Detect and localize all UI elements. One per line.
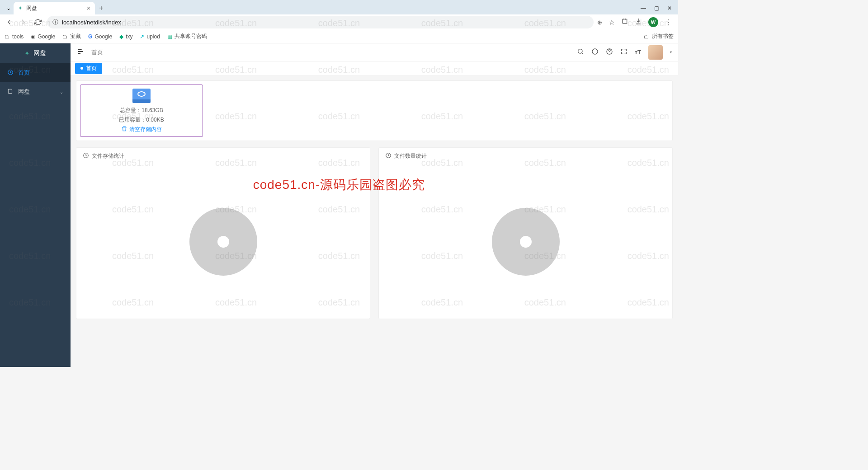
new-tab-button[interactable]: + (95, 2, 108, 14)
page-tab-bar: 首页 (71, 61, 678, 75)
donut-chart-placeholder (189, 208, 257, 276)
url-input[interactable]: ⓘ localhost/netdisk/index (47, 16, 594, 28)
donut-chart-placeholder (492, 208, 560, 276)
sidebar-item-label: 网盘 (18, 88, 30, 96)
bookmark-item[interactable]: GGoogle (88, 33, 112, 40)
logo: ✦ 网盘 (0, 43, 71, 63)
sidebar-item-label: 首页 (18, 69, 30, 77)
clock-icon (385, 152, 392, 160)
avatar[interactable] (648, 45, 663, 60)
panel-body (76, 164, 370, 319)
tab-title: 网盘 (26, 5, 37, 12)
topbar: 首页 тT ▾ (71, 43, 678, 61)
page-tab-label: 首页 (86, 65, 97, 72)
panel-file-storage-stats: 文件存储统计 (76, 147, 370, 319)
upload-icon: ↗ (140, 33, 144, 40)
leaf-icon: ✦ (24, 50, 30, 57)
tab-menu-button[interactable]: ⌄ (4, 2, 14, 14)
breadcrumb[interactable]: 首页 (91, 48, 103, 56)
folder-icon: 🗀 (644, 33, 649, 40)
reload-button[interactable] (33, 17, 43, 28)
font-size-icon[interactable]: тT (635, 49, 641, 56)
storage-total-row: 总容量：18.63GB (120, 107, 163, 114)
content: 总容量：18.63GB 已用容量：0.00KB 清空存储内容 文件存储统计 (71, 75, 678, 367)
tab-strip: ⌄ ✦ 网盘 × + — ▢ ✕ (0, 0, 678, 14)
bookmark-item[interactable]: ◆txy (119, 33, 132, 40)
back-button[interactable] (4, 17, 14, 28)
help-icon[interactable] (606, 48, 613, 57)
fullscreen-icon[interactable] (620, 48, 627, 57)
browser-chrome: ⌄ ✦ 网盘 × + — ▢ ✕ ⓘ localhost/netdisk/ind… (0, 0, 678, 43)
folder-icon: 🗀 (5, 33, 10, 40)
clear-storage-label: 清空存储内容 (129, 126, 162, 133)
svg-point-1 (578, 49, 582, 53)
logo-text: 网盘 (33, 49, 46, 57)
bookmark-item[interactable]: ▦共享账号密码 (167, 33, 207, 40)
storage-used-row: 已用容量：0.00KB (119, 116, 164, 124)
trash-icon (121, 126, 127, 133)
search-icon[interactable] (577, 48, 584, 57)
bookmark-item[interactable]: ↗uplod (140, 33, 160, 40)
disk-icon (132, 89, 151, 103)
main-area: 首页 тT ▾ 首页 总容量：18.63GB 已用 (71, 43, 678, 367)
minimize-button[interactable]: — (641, 5, 646, 11)
globe-icon: ◉ (31, 33, 35, 40)
dashboard-icon (7, 69, 14, 77)
profile-button[interactable]: W (648, 17, 658, 27)
chevron-down-icon[interactable]: ▾ (670, 50, 672, 54)
folder-icon: 🗀 (62, 33, 68, 40)
storage-panel: 总容量：18.63GB 已用容量：0.00KB 清空存储内容 (76, 80, 673, 141)
svg-point-2 (592, 49, 598, 54)
panel-file-count-stats: 文件数量统计 (378, 147, 673, 319)
extension-icon[interactable] (621, 18, 628, 27)
forward-button[interactable] (18, 17, 29, 28)
panel-title: 文件存储统计 (92, 152, 124, 160)
panel-body (379, 164, 672, 319)
github-icon[interactable] (591, 48, 599, 57)
bookmark-item[interactable]: 🗀tools (5, 33, 24, 40)
site-icon: ◆ (119, 33, 123, 40)
menu-toggle-icon[interactable] (77, 48, 84, 57)
panel-title: 文件数量统计 (394, 152, 427, 160)
bookmark-item[interactable]: ◉Google (31, 33, 55, 40)
url-text: localhost/netdisk/index (62, 19, 121, 26)
book-icon (7, 88, 14, 96)
translate-icon[interactable]: ⊕ (597, 19, 602, 26)
close-window-button[interactable]: ✕ (667, 5, 672, 11)
all-bookmarks-button[interactable]: 🗀所有书签 (639, 33, 674, 40)
close-icon[interactable]: × (87, 5, 90, 12)
sidebar: ✦ 网盘 首页 网盘 ⌄ (0, 43, 71, 367)
info-icon: ⓘ (52, 18, 58, 26)
sidebar-item-home[interactable]: 首页 (0, 63, 71, 82)
google-icon: G (88, 33, 92, 40)
bookmark-item[interactable]: 🗀宝藏 (62, 33, 81, 40)
leaf-icon: ✦ (18, 5, 23, 11)
page-tab-home[interactable]: 首页 (75, 63, 102, 74)
menu-icon[interactable]: ⋮ (665, 18, 672, 27)
app-container: ✦ 网盘 首页 网盘 ⌄ 首页 тT ▾ (0, 43, 678, 367)
sidebar-item-netdisk[interactable]: 网盘 ⌄ (0, 82, 71, 101)
address-bar: ⓘ localhost/netdisk/index ⊕ ☆ W ⋮ (0, 14, 678, 30)
bookmark-star-icon[interactable]: ☆ (609, 18, 615, 27)
bookmark-bar: 🗀tools ◉Google 🗀宝藏 GGoogle ◆txy ↗uplod ▦… (0, 30, 678, 43)
maximize-button[interactable]: ▢ (654, 5, 659, 11)
clear-storage-button[interactable]: 清空存储内容 (121, 126, 162, 133)
download-icon[interactable] (635, 18, 642, 27)
panel-header: 文件数量统计 (379, 148, 672, 164)
storage-card[interactable]: 总容量：18.63GB 已用容量：0.00KB 清空存储内容 (80, 85, 203, 137)
browser-tab[interactable]: ✦ 网盘 × (14, 2, 95, 14)
stats-panels: 文件存储统计 文件数量统计 (76, 147, 673, 319)
dot-icon (80, 67, 83, 70)
panel-header: 文件存储统计 (76, 148, 370, 164)
clock-icon (83, 152, 89, 160)
chevron-down-icon: ⌄ (60, 89, 63, 94)
sheet-icon: ▦ (167, 33, 172, 40)
